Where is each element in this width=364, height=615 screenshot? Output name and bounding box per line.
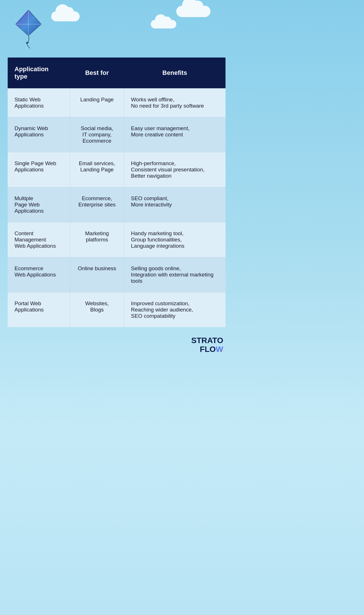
table-cell-benefits: SEO compliant,More interactivity xyxy=(124,187,226,222)
table-cell-type: Portal WebApplications xyxy=(7,292,70,328)
table-cell-type: Single Page WebApplications xyxy=(7,152,70,187)
table-cell-benefits: Improved customization,Reaching wider au… xyxy=(124,292,226,328)
cloud-1 xyxy=(51,11,80,21)
table-row: EcommerceWeb ApplicationsOnline business… xyxy=(7,257,226,292)
table-cell-best_for: Landing Page xyxy=(70,89,124,117)
table-cell-type: ContentManagementWeb Applications xyxy=(7,222,70,257)
table-cell-benefits: Easy user management,More creative conte… xyxy=(124,117,226,152)
table-cell-benefits: Works well offline,No need for 3rd party… xyxy=(124,89,226,117)
kite-decoration xyxy=(14,9,43,48)
table-cell-benefits: Handy marketing tool,Group functionaliti… xyxy=(124,222,226,257)
main-content: Application type Best for Benefits Stati… xyxy=(7,57,226,377)
header-app-type: Application type xyxy=(7,57,70,89)
table-row: Portal WebApplicationsWebsites,BlogsImpr… xyxy=(7,292,226,328)
table-cell-best_for: Marketingplatforms xyxy=(70,222,124,257)
table-row: Single Page WebApplicationsEmail service… xyxy=(7,152,226,187)
logo-v-icon: W xyxy=(216,345,223,354)
table-row: Static WebApplicationsLanding PageWorks … xyxy=(7,89,226,117)
table-row: Dynamic WebApplicationsSocial media,IT c… xyxy=(7,117,226,152)
table-row: ContentManagementWeb ApplicationsMarketi… xyxy=(7,222,226,257)
cloud-2 xyxy=(176,6,210,17)
logo-line1: STRATO xyxy=(191,336,223,345)
table-cell-type: Static WebApplications xyxy=(7,89,70,117)
header-benefits: Benefits xyxy=(124,57,226,89)
comparison-table: Application type Best for Benefits Stati… xyxy=(7,57,226,328)
table-cell-type: Dynamic WebApplications xyxy=(7,117,70,152)
table-cell-type: MultiplePage WebApplications xyxy=(7,187,70,222)
table-cell-benefits: Selling goods online,Integration with ex… xyxy=(124,257,226,292)
table-cell-best_for: Ecommerce,Enterprise sites xyxy=(70,187,124,222)
cloud-3 xyxy=(151,20,176,28)
table-cell-best_for: Online business xyxy=(70,257,124,292)
table-cell-best_for: Websites,Blogs xyxy=(70,292,124,328)
table-row: MultiplePage WebApplicationsEcommerce,En… xyxy=(7,187,226,222)
table-cell-best_for: Social media,IT company,Ecommerce xyxy=(70,117,124,152)
table-cell-best_for: Email services,Landing Page xyxy=(70,152,124,187)
logo-line2: FLOW xyxy=(191,345,223,354)
table-cell-benefits: High-performance,Consistent visual prese… xyxy=(124,152,226,187)
table-header-row: Application type Best for Benefits xyxy=(7,57,226,89)
header-best-for: Best for xyxy=(70,57,124,89)
logo-container: STRATO FLOW xyxy=(7,336,226,354)
brand-logo: STRATO FLOW xyxy=(191,336,223,354)
table-cell-type: EcommerceWeb Applications xyxy=(7,257,70,292)
